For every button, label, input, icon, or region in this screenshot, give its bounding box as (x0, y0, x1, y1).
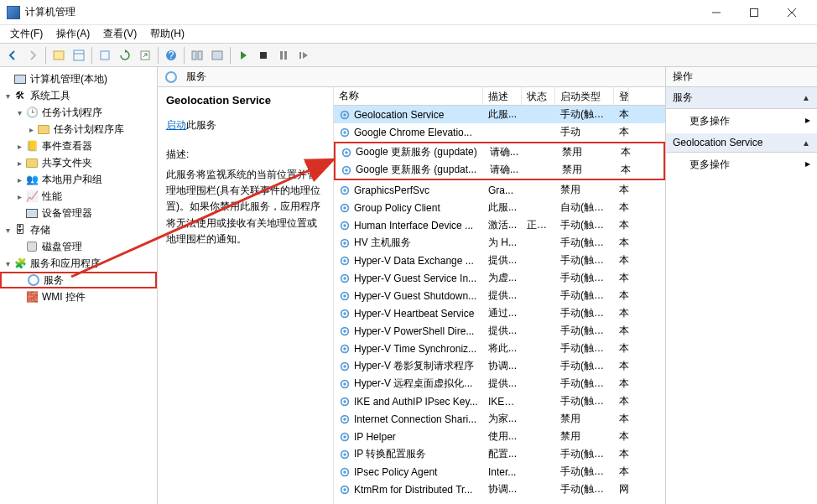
nav-back-button[interactable] (3, 46, 22, 65)
tree-services[interactable]: 服务 (0, 272, 157, 288)
tb-icon-8[interactable] (208, 46, 226, 65)
service-startup: 手动(触发... (555, 236, 614, 250)
help-button[interactable]: ? (162, 46, 180, 65)
actions-section-selected[interactable]: Geolocation Service▲ (666, 133, 817, 153)
content-header: 服务 (158, 67, 665, 87)
tree-local-users[interactable]: ▸👥本地用户和组 (0, 171, 157, 188)
service-desc: 使用... (483, 429, 522, 444)
service-extra: 本 (614, 253, 629, 268)
toolbar-separator (184, 47, 185, 64)
pause-button[interactable] (274, 46, 293, 65)
service-name: Hyper-V Data Exchange ... (354, 255, 474, 267)
col-startup[interactable]: 启动类型 (555, 87, 614, 105)
service-name: Google 更新服务 (gupdat... (356, 163, 476, 177)
menu-help[interactable]: 帮助(H) (143, 25, 191, 43)
service-name: Hyper-V Heartbeat Service (354, 308, 474, 320)
menu-action[interactable]: 操作(A) (49, 25, 96, 43)
service-name: IP 转换配置服务 (354, 447, 426, 461)
start-service-suffix: 此服务 (186, 119, 216, 131)
tree-performance[interactable]: ▸📈性能 (0, 188, 157, 205)
action-label: 更多操作 (690, 158, 730, 170)
service-row[interactable]: Internet Connection Shari...为家...禁用本 (334, 410, 665, 428)
maximize-button[interactable] (735, 1, 773, 24)
tree-disk-mgmt[interactable]: 磁盘管理 (0, 238, 157, 255)
service-extra: 本 (614, 359, 629, 373)
service-extra: 本 (616, 163, 631, 177)
service-startup: 禁用 (555, 183, 614, 197)
tree-root[interactable]: 计算机管理(本地) (0, 70, 157, 87)
tb-icon-2[interactable] (70, 46, 88, 65)
action-more-2[interactable]: 更多操作 ▸ (666, 153, 817, 177)
service-extra: 本 (614, 236, 629, 250)
service-row[interactable]: Hyper-V Time Synchroniz...将此...手动(触发...本 (334, 340, 665, 357)
service-row[interactable]: IKE and AuthIP IPsec Key...IKEE...手动(触发.… (334, 392, 665, 410)
service-row[interactable]: HV 主机服务为 H...手动(触发...本 (334, 234, 665, 252)
service-state: 正在... (522, 218, 555, 232)
tree-system-tools[interactable]: ▾🛠系统工具 (0, 87, 157, 104)
service-row[interactable]: GraphicsPerfSvcGra...禁用本 (334, 181, 665, 199)
service-row[interactable]: KtmRm for Distributed Tr...协调...手动(触发...… (334, 481, 665, 498)
toolbar: ? (0, 44, 817, 67)
action-more-1[interactable]: 更多操作 ▸ (666, 109, 817, 133)
col-desc[interactable]: 描述 (483, 87, 522, 105)
col-extra[interactable]: 登 (614, 87, 629, 105)
service-row[interactable]: Google Chrome Elevatio...手动本 (334, 123, 665, 141)
tb-icon-7[interactable] (188, 46, 206, 65)
refresh-button[interactable] (116, 46, 134, 65)
actions-section-services[interactable]: 服务▲ (666, 87, 817, 109)
service-row[interactable]: Hyper-V Guest Service In...为虚...手动(触发...… (334, 269, 665, 287)
play-button[interactable] (234, 46, 252, 65)
restart-button[interactable] (294, 46, 313, 65)
stop-button[interactable] (254, 46, 273, 65)
service-row[interactable]: Hyper-V Data Exchange ...提供...手动(触发...本 (334, 252, 665, 269)
tree-wmi[interactable]: 🧱WMI 控件 (0, 288, 157, 305)
tree-device-manager[interactable]: 设备管理器 (0, 205, 157, 221)
service-row[interactable]: Human Interface Device ...激活...正在...手动(触… (334, 216, 665, 234)
service-row[interactable]: Hyper-V Heartbeat Service通过...手动(触发...本 (334, 304, 665, 322)
tree-services-apps[interactable]: ▾🧩服务和应用程序 (0, 255, 157, 272)
tree-storage[interactable]: ▾🗄存储 (0, 221, 157, 238)
start-service-link[interactable]: 启动 (166, 119, 186, 131)
tree-label: 任务计划程序库 (54, 122, 124, 137)
service-startup: 禁用 (555, 412, 614, 426)
menu-view[interactable]: 查看(V) (96, 25, 143, 43)
service-row[interactable]: IPsec Policy AgentInter...手动(触发...本 (334, 463, 665, 481)
close-button[interactable] (773, 1, 810, 24)
export-button[interactable] (136, 46, 154, 65)
service-row[interactable]: Hyper-V PowerShell Dire...提供...手动(触发...本 (334, 322, 665, 340)
tree-task-scheduler-lib[interactable]: ▸任务计划程序库 (0, 121, 157, 138)
service-startup: 手动(触发... (555, 359, 614, 373)
service-extra: 本 (614, 271, 629, 285)
service-desc: 为虚... (483, 271, 522, 285)
menu-file[interactable]: 文件(F) (3, 25, 49, 43)
list-body[interactable]: Geolocation Service此服...手动(触发...本Google … (334, 106, 665, 504)
tree-shared-folders[interactable]: ▸共享文件夹 (0, 154, 157, 171)
tree-task-scheduler[interactable]: ▾🕒任务计划程序 (0, 104, 157, 121)
service-row[interactable]: Hyper-V 远程桌面虚拟化...提供...手动(触发...本 (334, 375, 665, 392)
actions-pane: 操作 服务▲ 更多操作 ▸ Geolocation Service▲ 更多操作 … (666, 67, 817, 504)
service-row[interactable]: Google 更新服务 (gupdate)请确...禁用本 (336, 143, 663, 161)
service-desc: 提供... (483, 377, 522, 391)
service-name: Group Policy Client (354, 202, 440, 214)
service-row[interactable]: Geolocation Service此服...手动(触发...本 (334, 106, 665, 123)
svg-point-59 (343, 470, 346, 474)
service-row[interactable]: Google 更新服务 (gupdat...请确...禁用本 (336, 161, 663, 179)
tb-icon-1[interactable] (49, 46, 68, 65)
svg-point-21 (343, 131, 346, 134)
col-name[interactable]: 名称 (334, 87, 483, 105)
tree-event-viewer[interactable]: ▸📒事件查看器 (0, 138, 157, 154)
tb-icon-3[interactable] (96, 46, 114, 65)
nav-forward-button[interactable] (23, 46, 42, 65)
service-startup: 禁用 (557, 145, 616, 159)
content-tab-label: 服务 (186, 70, 206, 84)
service-desc: IKEE... (483, 396, 522, 408)
service-row[interactable]: Group Policy Client此服...自动(触发...本 (334, 199, 665, 216)
service-row[interactable]: IP 转换配置服务配置...手动(触发...本 (334, 445, 665, 463)
service-desc: 此服... (483, 200, 522, 215)
col-state[interactable]: 状态 (522, 87, 555, 105)
minimize-button[interactable] (697, 1, 735, 24)
service-row[interactable]: Hyper-V 卷影复制请求程序协调...手动(触发...本 (334, 357, 665, 375)
service-row[interactable]: IP Helper使用...禁用本 (334, 428, 665, 445)
service-detail: Geolocation Service 启动此服务 描述: 此服务将监视系统的当… (158, 87, 334, 504)
service-row[interactable]: Hyper-V Guest Shutdown...提供...手动(触发...本 (334, 287, 665, 304)
